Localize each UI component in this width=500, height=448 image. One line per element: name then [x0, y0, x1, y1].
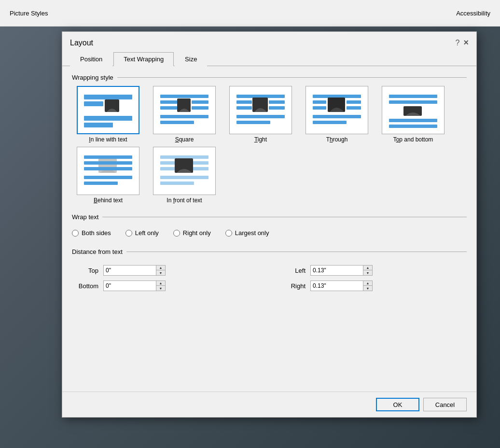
- svg-rect-21: [313, 95, 361, 98]
- svg-rect-3: [84, 116, 132, 121]
- svg-rect-6: [160, 100, 177, 104]
- svg-rect-39: [84, 182, 118, 185]
- wrap-option-square[interactable]: Square: [148, 86, 221, 143]
- svg-rect-33: [389, 125, 437, 128]
- spinner-up-top[interactable]: ▲: [156, 266, 165, 270]
- wrap-icon-through: [306, 86, 368, 134]
- cancel-button[interactable]: Cancel: [423, 398, 467, 411]
- svg-rect-19: [236, 115, 285, 118]
- svg-rect-37: [84, 167, 132, 170]
- spinner-right: ▲ ▼: [310, 280, 373, 291]
- spinner-left: ▲ ▼: [310, 265, 373, 276]
- dialog-tabs: Position Text Wrapping Size: [62, 52, 476, 66]
- dialog-body: Wrapping style: [62, 66, 476, 313]
- svg-rect-7: [192, 100, 208, 104]
- svg-rect-24: [313, 106, 326, 110]
- svg-rect-30: [389, 100, 437, 104]
- wrap-option-inline[interactable]: In line with text: [72, 86, 144, 143]
- wrap-text-radio-group: Both sides Left only Right only Largest …: [72, 225, 467, 240]
- wrap-text-section: Wrap text Both sides Left only Right onl…: [72, 213, 467, 240]
- dialog-footer: OK Cancel: [62, 392, 476, 417]
- tab-size[interactable]: Size: [175, 52, 207, 66]
- spinner-buttons-right: ▲ ▼: [363, 280, 373, 291]
- spinner-bottom: ▲ ▼: [103, 280, 166, 291]
- svg-rect-40: [160, 155, 208, 159]
- svg-rect-44: [160, 176, 208, 179]
- radio-left-only[interactable]: Left only: [125, 229, 159, 237]
- wrap-label-square: Square: [175, 136, 194, 143]
- wrap-svg-inline: [82, 91, 135, 129]
- svg-rect-32: [389, 119, 437, 122]
- wrap-svg-through: [310, 91, 363, 129]
- radio-largest-only[interactable]: Largest only: [225, 229, 269, 237]
- spinner-input-left[interactable]: [310, 265, 363, 276]
- distance-row-left: Left ▲ ▼: [279, 265, 467, 276]
- wrap-icon-square: [153, 86, 216, 134]
- spinner-top: ▲ ▼: [103, 265, 166, 276]
- picture-styles-label: Picture Styles: [10, 10, 48, 17]
- spinner-buttons-top: ▲ ▼: [156, 265, 166, 276]
- distance-label-bottom: Bottom: [72, 282, 98, 290]
- spinner-input-right[interactable]: [310, 280, 363, 291]
- spinner-input-bottom[interactable]: [103, 280, 156, 291]
- spinner-down-top[interactable]: ▼: [156, 270, 165, 275]
- svg-rect-11: [160, 115, 208, 118]
- top-bar: Picture Styles Accessibility: [0, 0, 500, 27]
- wrap-label-behind: Behind text: [94, 197, 123, 204]
- svg-rect-29: [389, 95, 437, 98]
- accessibility-label: Accessibility: [456, 10, 490, 17]
- wrap-option-infront[interactable]: In front of text: [148, 147, 221, 204]
- svg-rect-8: [160, 106, 177, 110]
- wrap-option-through[interactable]: Through: [301, 86, 373, 143]
- spinner-input-top[interactable]: [103, 265, 156, 276]
- svg-rect-12: [160, 121, 194, 124]
- svg-rect-22: [313, 100, 326, 104]
- spinner-down-left[interactable]: ▼: [363, 270, 372, 275]
- wrap-text-header: Wrap text: [72, 213, 467, 221]
- distance-row-bottom: Bottom ▲ ▼: [72, 280, 260, 291]
- close-button[interactable]: ×: [463, 38, 469, 48]
- distance-label-top: Top: [72, 267, 98, 274]
- wrap-icon-behind: [77, 147, 139, 195]
- distance-label-left: Left: [279, 267, 306, 274]
- radio-both-sides[interactable]: Both sides: [72, 229, 111, 237]
- svg-rect-45: [160, 182, 194, 185]
- svg-rect-0: [84, 95, 132, 99]
- radio-circle-largest: [225, 230, 232, 237]
- spinner-buttons-bottom: ▲ ▼: [156, 280, 166, 291]
- wrap-svg-topbottom: [387, 91, 440, 129]
- distance-header: Distance from text: [72, 248, 467, 255]
- spinner-up-right[interactable]: ▲: [363, 281, 372, 286]
- wrap-icon-infront: [153, 147, 216, 195]
- wrap-icon-topbottom: [382, 86, 444, 134]
- wrap-svg-infront: [158, 152, 211, 190]
- radio-label-left: Left only: [135, 229, 159, 237]
- svg-rect-14: [236, 100, 252, 104]
- radio-right-only[interactable]: Right only: [173, 229, 211, 237]
- radio-label-both: Both sides: [82, 229, 111, 237]
- svg-rect-28: [313, 121, 347, 124]
- distance-grid: Top ▲ ▼ Left: [72, 260, 467, 296]
- spinner-up-left[interactable]: ▲: [363, 266, 372, 270]
- wrap-svg-square: [158, 91, 211, 129]
- ok-button[interactable]: OK: [376, 398, 419, 411]
- spinner-up-bottom[interactable]: ▲: [156, 281, 165, 286]
- titlebar-buttons: ? ×: [456, 38, 469, 48]
- spinner-down-right[interactable]: ▼: [363, 286, 372, 291]
- svg-rect-36: [84, 161, 132, 165]
- tab-position[interactable]: Position: [70, 52, 112, 66]
- wrap-option-topbottom[interactable]: Top and bottom: [377, 86, 449, 143]
- svg-rect-23: [347, 100, 361, 104]
- svg-rect-4: [84, 123, 113, 127]
- help-button[interactable]: ?: [456, 39, 460, 47]
- svg-rect-38: [84, 176, 132, 179]
- wrap-option-behind[interactable]: Behind text: [72, 147, 144, 204]
- distance-row-top: Top ▲ ▼: [72, 265, 260, 276]
- spinner-down-bottom[interactable]: ▼: [156, 286, 165, 291]
- svg-rect-27: [313, 115, 361, 118]
- wrap-label-infront: In front of text: [167, 197, 202, 204]
- wrap-label-through: Through: [326, 136, 348, 143]
- tab-text-wrapping[interactable]: Text Wrapping: [113, 52, 174, 66]
- wrap-option-tight[interactable]: Tight: [224, 86, 297, 143]
- wrap-svg-tight: [234, 91, 287, 129]
